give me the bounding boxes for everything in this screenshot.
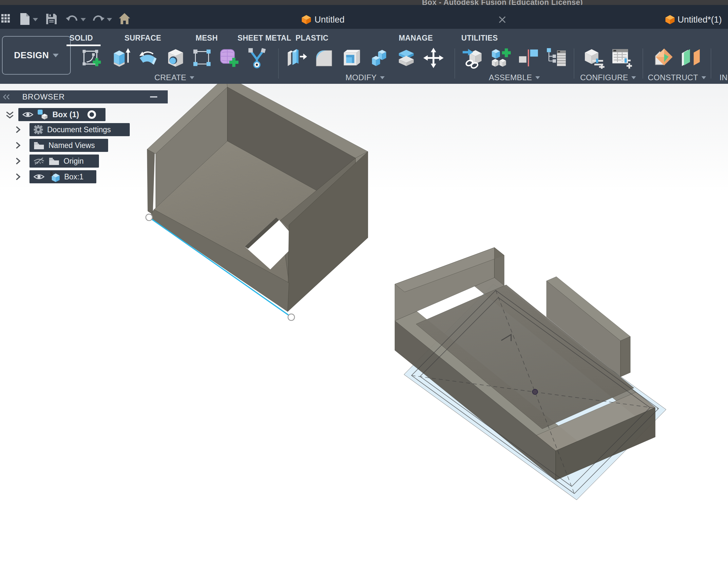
folder-icon bbox=[33, 141, 45, 150]
app-grid-icon[interactable] bbox=[1, 14, 10, 24]
component-cubes-icon bbox=[37, 109, 49, 120]
root-component-label[interactable]: Box (1) bbox=[52, 110, 79, 119]
combine-icon[interactable] bbox=[368, 47, 390, 69]
chevron-down-icon bbox=[631, 76, 636, 79]
workspace-switcher-button[interactable]: DESIGN bbox=[2, 36, 71, 75]
group-modify[interactable]: MODIFY bbox=[329, 73, 401, 83]
shell-icon[interactable] bbox=[340, 47, 362, 69]
insert-derive-icon[interactable] bbox=[462, 47, 484, 69]
revolve-icon[interactable] bbox=[137, 47, 159, 69]
browser-row-root[interactable]: Box (1) bbox=[0, 108, 138, 121]
chevron-right-icon[interactable] bbox=[15, 158, 21, 165]
window-title: Box - Autodesk Fusion (Education License… bbox=[422, 0, 583, 5]
activate-radio-icon[interactable] bbox=[87, 110, 97, 119]
chevron-down-icon bbox=[701, 76, 706, 79]
ribbon-toolbar: DESIGN SOLID SURFACE MESH SHEET METAL PL… bbox=[0, 29, 728, 84]
document-cube-icon bbox=[665, 15, 675, 25]
tab-sheet-metal[interactable]: SHEET METAL bbox=[237, 31, 291, 45]
tab-mesh[interactable]: MESH bbox=[196, 31, 218, 45]
construct-plane-icon[interactable] bbox=[652, 47, 674, 69]
workspace-label: DESIGN bbox=[14, 50, 49, 61]
pattern-icon[interactable] bbox=[192, 47, 213, 69]
group-create[interactable]: CREATE bbox=[138, 73, 210, 83]
group-divider bbox=[454, 49, 455, 79]
viewport-3d-scene[interactable] bbox=[0, 0, 728, 584]
undo-icon[interactable] bbox=[66, 14, 78, 24]
folder-icon bbox=[49, 157, 60, 166]
chevron-down-icon bbox=[190, 76, 194, 79]
chevron-down-icon bbox=[535, 76, 540, 79]
tab-utilities[interactable]: UTILITIES bbox=[461, 31, 498, 45]
model-box-with-cutout[interactable] bbox=[146, 76, 368, 321]
active-tab-underline bbox=[67, 45, 101, 46]
visibility-eye-icon[interactable] bbox=[33, 173, 45, 181]
chevron-right-icon[interactable] bbox=[15, 142, 21, 149]
secondary-document-tab[interactable]: Untitled*(1) bbox=[678, 15, 722, 25]
group-inspect-clipped[interactable]: IN bbox=[720, 73, 728, 83]
group-divider bbox=[278, 49, 279, 79]
minimize-panel-icon[interactable] bbox=[150, 96, 157, 98]
press-pull-icon[interactable] bbox=[286, 47, 307, 69]
extrude-icon[interactable] bbox=[109, 47, 131, 69]
chevron-expand-icon[interactable] bbox=[5, 111, 15, 119]
sketch-center-point bbox=[532, 389, 538, 394]
undo-dropdown-icon[interactable] bbox=[81, 18, 86, 21]
tab-plastic[interactable]: PLASTIC bbox=[295, 31, 329, 45]
window-titlebar: Box - Autodesk Fusion (Education License… bbox=[0, 0, 728, 5]
chevron-right-icon[interactable] bbox=[15, 173, 21, 181]
document-cube-icon bbox=[302, 15, 311, 25]
redo-dropdown-icon[interactable] bbox=[107, 18, 112, 21]
fillet-icon[interactable] bbox=[313, 47, 335, 69]
group-configure[interactable]: CONFIGURE bbox=[572, 73, 644, 83]
bom-tree-icon[interactable] bbox=[546, 47, 567, 69]
move-copy-icon[interactable] bbox=[423, 47, 444, 69]
inspect-measure-icon[interactable] bbox=[724, 47, 728, 69]
active-document-tab[interactable]: Untitled bbox=[314, 15, 345, 25]
chevron-down-icon bbox=[53, 54, 59, 57]
tab-manage[interactable]: MANAGE bbox=[399, 31, 433, 45]
chevron-right-icon[interactable] bbox=[15, 126, 21, 134]
chevron-down-icon bbox=[380, 76, 385, 79]
browser-row-document-settings[interactable]: Document Settings bbox=[0, 123, 138, 136]
model-box-transparent-sketch[interactable] bbox=[395, 248, 666, 500]
browser-row-origin[interactable]: Origin bbox=[0, 155, 138, 168]
sketch-point-handle bbox=[146, 214, 152, 221]
configuration-table-icon[interactable] bbox=[611, 47, 633, 69]
create-sketch-icon[interactable] bbox=[81, 47, 103, 69]
offset-plane-icon[interactable] bbox=[680, 47, 702, 69]
group-assemble[interactable]: ASSEMBLE bbox=[478, 73, 550, 83]
new-component-icon[interactable] bbox=[490, 47, 512, 69]
sketch-point-handle bbox=[288, 314, 294, 321]
save-icon[interactable] bbox=[46, 13, 57, 25]
document-tabbar: Untitled Untitled*(1) bbox=[0, 5, 728, 29]
configure-design-icon[interactable] bbox=[583, 47, 605, 69]
new-file-icon[interactable] bbox=[20, 13, 31, 25]
grounded-body-icon bbox=[49, 171, 60, 182]
close-tab-icon[interactable] bbox=[499, 16, 506, 23]
gear-icon bbox=[33, 125, 43, 135]
home-icon[interactable] bbox=[119, 13, 130, 25]
tab-surface[interactable]: SURFACE bbox=[125, 31, 161, 45]
hole-icon[interactable] bbox=[165, 47, 186, 69]
visibility-off-eye-icon[interactable] bbox=[33, 157, 45, 165]
generative-study-icon[interactable] bbox=[246, 47, 268, 69]
browser-row-named-views[interactable]: Named Views bbox=[0, 139, 138, 152]
collapse-panel-icon[interactable] bbox=[3, 94, 10, 100]
new-file-dropdown-icon[interactable] bbox=[33, 18, 38, 21]
browser-panel-header[interactable]: BROWSER bbox=[0, 90, 168, 104]
browser-row-box1[interactable]: Box:1 bbox=[0, 170, 138, 183]
browser-title: BROWSER bbox=[22, 92, 65, 102]
redo-icon[interactable] bbox=[93, 14, 105, 24]
tab-solid[interactable]: SOLID bbox=[70, 31, 93, 45]
split-body-icon[interactable] bbox=[395, 47, 417, 69]
group-construct[interactable]: CONSTRUCT bbox=[641, 73, 713, 83]
joint-icon[interactable] bbox=[518, 47, 539, 69]
visibility-eye-icon[interactable] bbox=[22, 111, 33, 118]
create-form-icon[interactable] bbox=[219, 47, 240, 69]
